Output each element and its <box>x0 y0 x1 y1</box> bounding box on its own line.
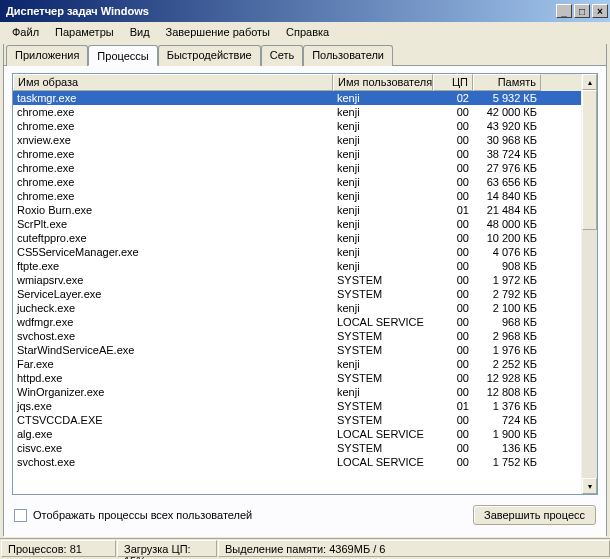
table-row[interactable]: ScrPlt.exekenji0048 000 КБ <box>13 217 581 231</box>
cell-cpu: 00 <box>433 427 473 441</box>
column-cpu[interactable]: ЦП <box>433 74 473 91</box>
cell-cpu: 00 <box>433 343 473 357</box>
maximize-button[interactable]: □ <box>574 4 590 18</box>
table-row[interactable]: StarWindServiceAE.exeSYSTEM001 976 КБ <box>13 343 581 357</box>
cell-memory: 27 976 КБ <box>473 161 541 175</box>
cell-memory: 2 792 КБ <box>473 287 541 301</box>
table-row[interactable]: jqs.exeSYSTEM011 376 КБ <box>13 399 581 413</box>
scroll-up-button[interactable]: ▴ <box>582 74 597 90</box>
cell-user: kenji <box>333 161 433 175</box>
table-row[interactable]: chrome.exekenji0043 920 КБ <box>13 119 581 133</box>
tab-performance[interactable]: Быстродействие <box>158 45 261 66</box>
cell-user: SYSTEM <box>333 287 433 301</box>
cell-user: SYSTEM <box>333 329 433 343</box>
scroll-down-button[interactable]: ▾ <box>582 478 597 494</box>
cell-user: LOCAL SERVICE <box>333 315 433 329</box>
cell-image-name: cuteftppro.exe <box>13 231 333 245</box>
menu-view[interactable]: Вид <box>122 24 158 40</box>
table-row[interactable]: svchost.exeSYSTEM002 968 КБ <box>13 329 581 343</box>
cell-image-name: wmiapsrv.exe <box>13 273 333 287</box>
close-button[interactable]: × <box>592 4 608 18</box>
tab-networking[interactable]: Сеть <box>261 45 303 66</box>
cell-memory: 63 656 КБ <box>473 175 541 189</box>
table-row[interactable]: cuteftppro.exekenji0010 200 КБ <box>13 231 581 245</box>
process-list[interactable]: Имя образа Имя пользователя ЦП Память ta… <box>12 73 598 495</box>
cell-cpu: 00 <box>433 315 473 329</box>
tab-processes[interactable]: Процессы <box>88 45 157 66</box>
cell-cpu: 00 <box>433 357 473 371</box>
cell-memory: 43 920 КБ <box>473 119 541 133</box>
table-row[interactable]: wmiapsrv.exeSYSTEM001 972 КБ <box>13 273 581 287</box>
table-row[interactable]: xnview.exekenji0030 968 КБ <box>13 133 581 147</box>
tab-applications[interactable]: Приложения <box>6 45 88 66</box>
cell-image-name: cisvc.exe <box>13 441 333 455</box>
table-row[interactable]: WinOrganizer.exekenji0012 808 КБ <box>13 385 581 399</box>
cell-cpu: 00 <box>433 147 473 161</box>
minimize-button[interactable]: _ <box>556 4 572 18</box>
table-row[interactable]: chrome.exekenji0042 000 КБ <box>13 105 581 119</box>
table-row[interactable]: Roxio Burn.exekenji0121 484 КБ <box>13 203 581 217</box>
table-row[interactable]: chrome.exekenji0063 656 КБ <box>13 175 581 189</box>
cell-image-name: WinOrganizer.exe <box>13 385 333 399</box>
table-row[interactable]: jucheck.exekenji002 100 КБ <box>13 301 581 315</box>
menu-help[interactable]: Справка <box>278 24 337 40</box>
scroll-thumb[interactable] <box>582 90 597 230</box>
vertical-scrollbar[interactable]: ▴ ▾ <box>581 74 597 494</box>
end-process-button[interactable]: Завершить процесс <box>473 505 596 525</box>
cell-cpu: 00 <box>433 455 473 469</box>
menu-bar: Файл Параметры Вид Завершение работы Спр… <box>0 22 610 42</box>
cell-image-name: chrome.exe <box>13 175 333 189</box>
cell-user: kenji <box>333 189 433 203</box>
table-row[interactable]: httpd.exeSYSTEM0012 928 КБ <box>13 371 581 385</box>
table-row[interactable]: taskmgr.exekenji025 932 КБ <box>13 91 581 105</box>
table-row[interactable]: chrome.exekenji0014 840 КБ <box>13 189 581 203</box>
table-row[interactable]: ServiceLayer.exeSYSTEM002 792 КБ <box>13 287 581 301</box>
show-all-users-checkbox[interactable] <box>14 509 27 522</box>
cell-image-name: ftpte.exe <box>13 259 333 273</box>
cell-user: kenji <box>333 175 433 189</box>
table-row[interactable]: CTSVCCDA.EXESYSTEM00724 КБ <box>13 413 581 427</box>
list-body[interactable]: taskmgr.exekenji025 932 КБchrome.exekenj… <box>13 91 581 494</box>
column-user-name[interactable]: Имя пользователя <box>333 74 433 91</box>
menu-file[interactable]: Файл <box>4 24 47 40</box>
column-memory[interactable]: Память <box>473 74 541 91</box>
cell-cpu: 00 <box>433 119 473 133</box>
cell-cpu: 00 <box>433 189 473 203</box>
cell-memory: 2 968 КБ <box>473 329 541 343</box>
title-bar[interactable]: Диспетчер задач Windows _ □ × <box>0 0 610 22</box>
cell-memory: 21 484 КБ <box>473 203 541 217</box>
cell-memory: 908 КБ <box>473 259 541 273</box>
cell-user: kenji <box>333 231 433 245</box>
cell-image-name: ScrPlt.exe <box>13 217 333 231</box>
column-image-name[interactable]: Имя образа <box>13 74 333 91</box>
cell-cpu: 00 <box>433 231 473 245</box>
table-row[interactable]: CS5ServiceManager.exekenji004 076 КБ <box>13 245 581 259</box>
cell-cpu: 01 <box>433 399 473 413</box>
cell-cpu: 00 <box>433 441 473 455</box>
cell-cpu: 00 <box>433 105 473 119</box>
table-row[interactable]: ftpte.exekenji00908 КБ <box>13 259 581 273</box>
cell-image-name: ServiceLayer.exe <box>13 287 333 301</box>
table-row[interactable]: cisvc.exeSYSTEM00136 КБ <box>13 441 581 455</box>
cell-image-name: wdfmgr.exe <box>13 315 333 329</box>
cell-cpu: 00 <box>433 301 473 315</box>
cell-user: kenji <box>333 385 433 399</box>
cell-image-name: alg.exe <box>13 427 333 441</box>
tab-users[interactable]: Пользователи <box>303 45 393 66</box>
table-row[interactable]: alg.exeLOCAL SERVICE001 900 КБ <box>13 427 581 441</box>
menu-options[interactable]: Параметры <box>47 24 122 40</box>
cell-cpu: 00 <box>433 287 473 301</box>
table-row[interactable]: chrome.exekenji0027 976 КБ <box>13 161 581 175</box>
cell-user: kenji <box>333 119 433 133</box>
scroll-track[interactable] <box>582 90 597 478</box>
table-row[interactable]: wdfmgr.exeLOCAL SERVICE00968 КБ <box>13 315 581 329</box>
cell-cpu: 00 <box>433 161 473 175</box>
bottom-controls: Отображать процессы всех пользователей З… <box>12 495 598 529</box>
cell-image-name: CS5ServiceManager.exe <box>13 245 333 259</box>
table-row[interactable]: svchost.exeLOCAL SERVICE001 752 КБ <box>13 455 581 469</box>
cell-user: kenji <box>333 147 433 161</box>
cell-user: SYSTEM <box>333 413 433 427</box>
table-row[interactable]: chrome.exekenji0038 724 КБ <box>13 147 581 161</box>
menu-shutdown[interactable]: Завершение работы <box>158 24 278 40</box>
table-row[interactable]: Far.exekenji002 252 КБ <box>13 357 581 371</box>
